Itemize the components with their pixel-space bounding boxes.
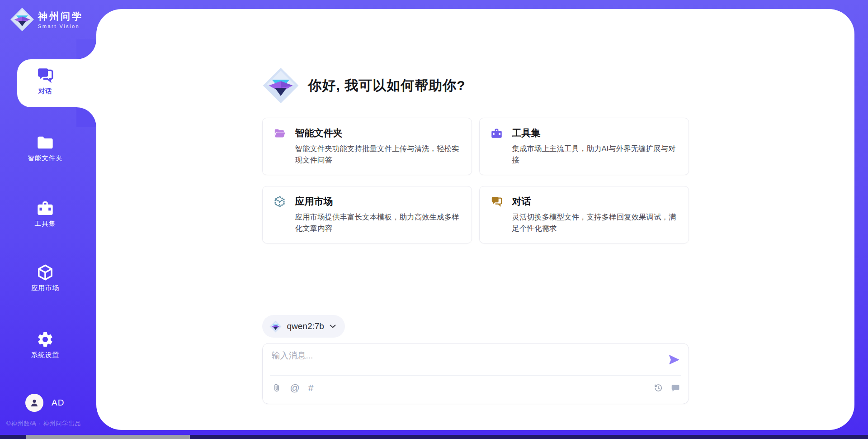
gear-icon (36, 330, 54, 348)
tab-curve-bottom (76, 107, 96, 127)
sidebar-item-app-market[interactable]: 应用市场 (0, 263, 90, 292)
card-header: 智能文件夹 (274, 127, 461, 139)
card-title: 工具集 (512, 127, 541, 139)
feature-cards: 智能文件夹 智能文件夹功能支持批量文件上传与清洗，轻松实现文件问答 工具集 集成… (262, 118, 689, 243)
card-smart-folder[interactable]: 智能文件夹 智能文件夹功能支持批量文件上传与清洗，轻松实现文件问答 (262, 118, 472, 175)
brand-gem-icon (269, 320, 282, 333)
brand-gem-icon (10, 7, 34, 32)
chat-bubble-icon (670, 383, 680, 393)
card-header: 应用市场 (274, 195, 461, 208)
logo-text: 神州问学 Smart Vision (38, 10, 83, 29)
brand-tagline: Smart Vision (38, 24, 83, 29)
folder-icon (36, 134, 54, 152)
greeting-title: 你好, 我可以如何帮助你? (308, 76, 466, 95)
chevron-down-icon (330, 324, 336, 329)
card-title: 应用市场 (295, 195, 333, 208)
folder-open-icon (274, 127, 286, 139)
sidebar-item-toolset[interactable]: 工具集 (0, 199, 90, 228)
brand-name: 神州问学 (38, 10, 83, 23)
paperclip-icon (272, 383, 282, 393)
card-description: 应用市场提供丰富长文本模板，助力高效生成多样化文章内容 (274, 211, 461, 234)
topic-button[interactable]: # (308, 382, 314, 393)
copyright-footer: ©神州数码 · 神州问学出品 (6, 420, 81, 428)
app-logo: 神州问学 Smart Vision (10, 7, 83, 32)
history-button[interactable] (653, 383, 663, 393)
sidebar-item-label: 工具集 (35, 220, 56, 228)
card-description: 灵活切换多模型文件，支持多样回复效果调试，满足个性化需求 (491, 211, 678, 234)
sidebar-item-label: 对话 (38, 87, 52, 95)
card-title: 对话 (512, 195, 531, 208)
sidebar-item-smart-folder[interactable]: 智能文件夹 (0, 134, 90, 162)
cube-icon (36, 263, 54, 282)
card-header: 对话 (491, 195, 678, 208)
attach-button[interactable] (272, 383, 282, 393)
send-icon (668, 353, 680, 366)
send-button[interactable] (668, 353, 680, 366)
history-icon (653, 383, 663, 393)
card-description: 集成市场上主流工具，助力AI与外界无缝扩展与对接 (491, 143, 678, 166)
card-description: 智能文件夹功能支持批量文件上传与清洗，轻松实现文件问答 (274, 143, 461, 166)
sidebar-item-label: 系统设置 (31, 351, 59, 359)
composer-divider (270, 375, 681, 376)
card-header: 工具集 (491, 127, 678, 139)
horizontal-scrollbar[interactable] (0, 435, 868, 439)
card-toolset[interactable]: 工具集 集成市场上主流工具，助力AI与外界无缝扩展与对接 (479, 118, 689, 175)
composer-toolbar: @ # (272, 382, 680, 393)
message-input[interactable] (272, 350, 651, 372)
model-selector[interactable]: qwen2:7b (262, 315, 345, 338)
chat-icon (491, 196, 503, 208)
tab-curve-top (76, 39, 96, 59)
chat-icon (36, 67, 54, 85)
avatar (25, 394, 43, 412)
user-profile[interactable]: AD (25, 394, 64, 412)
cube-grid-icon (274, 196, 286, 208)
greeting-section: 你好, 我可以如何帮助你? (262, 67, 689, 104)
card-title: 智能文件夹 (295, 127, 343, 139)
feedback-bubble-button[interactable] (670, 383, 680, 393)
card-app-market[interactable]: 应用市场 应用市场提供丰富长文本模板，助力高效生成多样化文章内容 (262, 186, 472, 243)
card-chat[interactable]: 对话 灵活切换多模型文件，支持多样回复效果调试，满足个性化需求 (479, 186, 689, 243)
toolbox-icon (36, 199, 54, 217)
sidebar-item-label: 智能文件夹 (28, 154, 63, 162)
main-panel: 你好, 我可以如何帮助你? 智能文件夹 智能文件夹功能支持批量文件上传与清洗，轻… (96, 9, 854, 430)
sidebar-item-label: 应用市场 (31, 284, 59, 292)
user-initials: AD (52, 398, 64, 408)
toolbox-icon (491, 127, 503, 139)
message-composer: @ # (262, 343, 689, 404)
scrollbar-thumb[interactable] (26, 435, 190, 439)
content-column: 你好, 我可以如何帮助你? 智能文件夹 智能文件夹功能支持批量文件上传与清洗，轻… (262, 9, 689, 404)
sidebar-item-chat[interactable]: 对话 (0, 67, 90, 95)
sidebar-item-settings[interactable]: 系统设置 (0, 330, 90, 359)
mention-button[interactable]: @ (290, 382, 300, 393)
model-name: qwen2:7b (287, 321, 324, 331)
brand-gem-icon (262, 67, 299, 104)
person-icon (29, 397, 40, 408)
